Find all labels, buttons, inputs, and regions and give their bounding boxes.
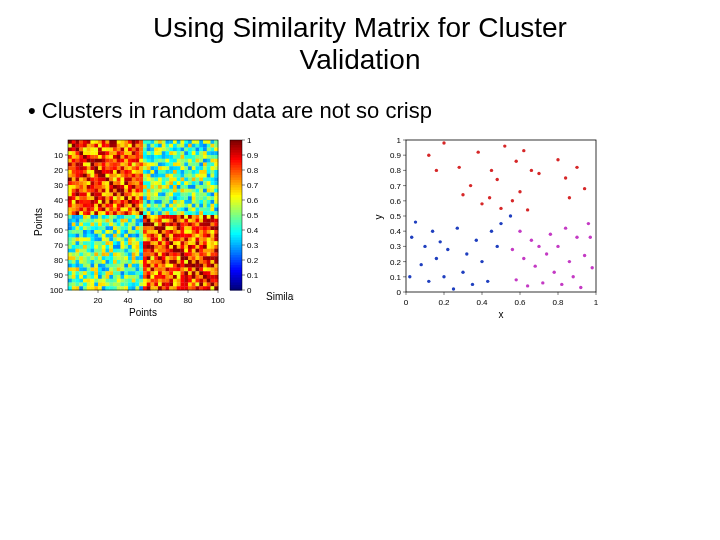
- svg-rect-1487: [94, 279, 98, 283]
- svg-rect-29: [177, 140, 181, 144]
- svg-rect-1335: [124, 264, 128, 268]
- svg-rect-337: [132, 170, 136, 174]
- svg-rect-693: [117, 204, 121, 208]
- svg-rect-615: [124, 197, 128, 201]
- svg-rect-1088: [98, 242, 102, 246]
- svg-rect-695: [124, 204, 128, 208]
- svg-rect-187: [169, 155, 173, 159]
- svg-point-1751: [469, 184, 472, 187]
- svg-rect-159: [214, 152, 218, 156]
- svg-rect-627: [169, 197, 173, 201]
- svg-rect-459: [139, 182, 143, 186]
- svg-rect-857: [132, 219, 136, 223]
- svg-rect-454: [121, 182, 125, 186]
- svg-rect-763: [79, 212, 83, 216]
- svg-rect-15: [124, 140, 128, 144]
- svg-rect-513: [192, 185, 196, 189]
- svg-rect-325: [87, 170, 91, 174]
- svg-rect-1336: [128, 264, 132, 268]
- svg-rect-1346: [166, 264, 170, 268]
- svg-point-1814: [583, 254, 586, 257]
- svg-rect-1253: [117, 257, 121, 261]
- svg-rect-500: [143, 185, 147, 189]
- svg-rect-841: [72, 219, 76, 223]
- svg-rect-288: [98, 167, 102, 171]
- svg-rect-564: [83, 193, 87, 197]
- svg-rect-1065: [162, 238, 166, 242]
- svg-rect-1032: [188, 234, 192, 238]
- svg-rect-426: [166, 178, 170, 182]
- svg-point-1752: [477, 151, 480, 154]
- svg-rect-1265: [162, 257, 166, 261]
- svg-point-1808: [560, 283, 563, 286]
- svg-rect-64: [158, 144, 162, 148]
- svg-rect-1445: [87, 275, 91, 279]
- svg-rect-236: [203, 159, 207, 163]
- svg-rect-97: [132, 148, 136, 152]
- svg-rect-1455: [124, 275, 128, 279]
- svg-rect-681: [72, 204, 76, 208]
- svg-rect-96: [128, 148, 132, 152]
- svg-rect-158: [211, 152, 215, 156]
- svg-rect-1402: [76, 272, 80, 276]
- svg-rect-938: [136, 227, 140, 231]
- svg-rect-1031: [184, 234, 188, 238]
- svg-rect-592: [188, 193, 192, 197]
- svg-rect-370: [106, 174, 110, 178]
- svg-rect-1004: [83, 234, 87, 238]
- svg-rect-1050: [106, 238, 110, 242]
- svg-rect-255: [124, 163, 128, 167]
- svg-rect-214: [121, 159, 125, 163]
- svg-rect-1301: [147, 260, 151, 264]
- svg-rect-1584: [158, 287, 162, 291]
- svg-rect-146: [166, 152, 170, 156]
- svg-rect-279: [214, 163, 218, 167]
- svg-rect-1576: [128, 287, 132, 291]
- svg-rect-868: [173, 219, 177, 223]
- svg-rect-1461: [147, 275, 151, 279]
- svg-rect-774: [121, 212, 125, 216]
- svg-rect-1098: [136, 242, 140, 246]
- svg-rect-1224: [158, 253, 162, 257]
- svg-rect-838: [211, 215, 215, 219]
- svg-rect-764: [83, 212, 87, 216]
- svg-rect-1296: [128, 260, 132, 264]
- svg-rect-1385: [162, 268, 166, 272]
- svg-rect-1524: [83, 283, 87, 287]
- svg-rect-1132: [113, 245, 117, 249]
- svg-point-1759: [515, 160, 518, 163]
- svg-point-1813: [579, 286, 582, 289]
- svg-rect-875: [199, 219, 203, 223]
- svg-rect-1291: [109, 260, 113, 264]
- svg-rect-1303: [154, 260, 158, 264]
- svg-rect-561: [72, 193, 76, 197]
- heatmap-xticks: 20406080100: [94, 290, 226, 305]
- svg-rect-1426: [166, 272, 170, 276]
- page-title: Using Similarity Matrix for Cluster Vali…: [0, 12, 720, 76]
- svg-rect-281: [72, 167, 76, 171]
- svg-rect-794: [196, 212, 200, 216]
- svg-rect-707: [169, 204, 173, 208]
- svg-rect-866: [166, 219, 170, 223]
- svg-rect-1585: [162, 287, 166, 291]
- svg-rect-406: [91, 178, 95, 182]
- svg-rect-398: [211, 174, 215, 178]
- svg-rect-913: [192, 223, 196, 227]
- svg-rect-441: [72, 182, 76, 186]
- svg-rect-923: [79, 227, 83, 231]
- svg-rect-17: [132, 140, 136, 144]
- svg-rect-599: [214, 193, 218, 197]
- svg-rect-986: [166, 230, 170, 234]
- svg-rect-604: [83, 197, 87, 201]
- svg-rect-451: [109, 182, 113, 186]
- svg-rect-114: [196, 148, 200, 152]
- svg-rect-710: [181, 204, 185, 208]
- svg-rect-766: [91, 212, 95, 216]
- svg-rect-1203: [79, 253, 83, 257]
- svg-rect-266: [166, 163, 170, 167]
- svg-rect-1443: [79, 275, 83, 279]
- svg-rect-987: [169, 230, 173, 234]
- svg-rect-335: [124, 170, 128, 174]
- svg-rect-787: [169, 212, 173, 216]
- svg-rect-694: [121, 204, 125, 208]
